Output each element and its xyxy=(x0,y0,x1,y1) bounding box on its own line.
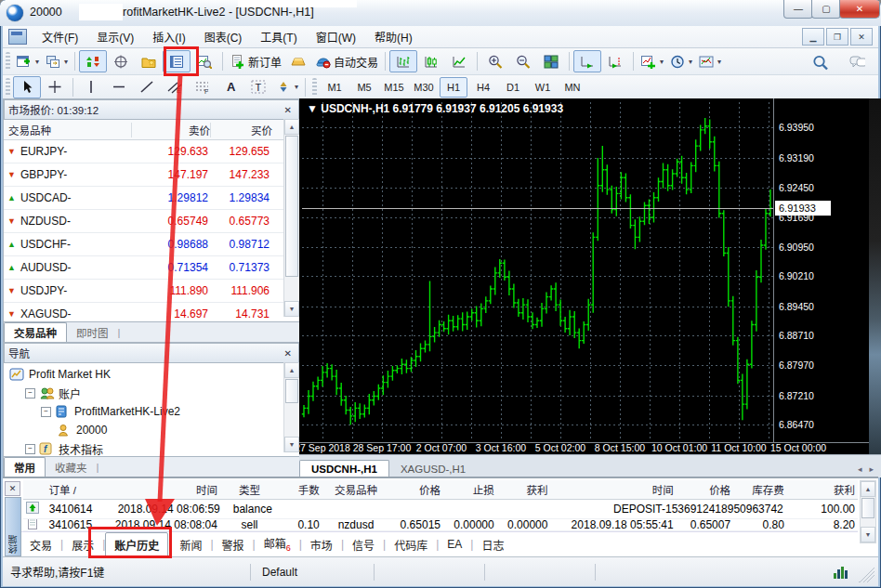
terminal-tab[interactable]: 展示 xyxy=(63,533,102,556)
profiles-button[interactable]: ▾ xyxy=(42,50,71,72)
menu-item[interactable]: 工具(T) xyxy=(251,26,306,47)
line-chart-button[interactable] xyxy=(445,50,473,72)
terminal-tab[interactable]: 交易 xyxy=(21,533,60,556)
menu-item[interactable]: 显示(V) xyxy=(87,26,143,47)
terminal-tab[interactable]: 新闻 xyxy=(171,533,210,556)
chat-button[interactable] xyxy=(843,51,871,73)
text-label-button[interactable]: T xyxy=(244,76,272,98)
new-chart-dropdown-icon[interactable]: ▾ xyxy=(35,58,39,66)
fibonacci-button[interactable]: F xyxy=(189,76,217,98)
market-watch-row[interactable]: ▲USDCAD-1.298121.29834 xyxy=(4,187,299,210)
tree-expander-icon[interactable]: − xyxy=(41,407,51,417)
indicators-button[interactable]: ▾ xyxy=(638,50,666,72)
navigator-tree-item[interactable]: −f技术指标 xyxy=(4,439,299,458)
arrows-dropdown-icon[interactable]: ▾ xyxy=(295,83,298,91)
terminal-close-icon[interactable]: ✕ xyxy=(5,481,20,496)
market-watch-column-header[interactable]: 卖价 xyxy=(132,123,211,137)
bar-chart-button[interactable] xyxy=(389,50,417,72)
autotrading-button[interactable]: 自动交易 xyxy=(312,50,381,72)
terminal-column-header[interactable]: 价格 xyxy=(389,482,443,497)
text-button[interactable]: A xyxy=(217,76,244,98)
timeframe-w1-button[interactable]: W1 xyxy=(529,77,557,98)
terminal-row[interactable]: 34106142018.09.14 08:06:59balanceDEPOSIT… xyxy=(23,500,858,519)
terminal-column-header[interactable]: 类型 xyxy=(220,482,279,497)
terminal-tab[interactable]: 账户历史 xyxy=(105,532,168,557)
scroll-down-icon[interactable]: ▼ xyxy=(284,437,299,452)
periods-dropdown-icon[interactable]: ▾ xyxy=(689,58,692,66)
market-watch-column-header[interactable]: 交易品种卖价买价 xyxy=(4,120,299,140)
navigator-close-icon[interactable]: ✕ xyxy=(282,348,295,359)
timeframe-m5-button[interactable]: M5 xyxy=(350,77,378,98)
zoom-out-button[interactable] xyxy=(509,50,537,72)
zoom-in-button[interactable] xyxy=(481,50,509,72)
chart-tab[interactable]: XAGUSD-,H1 xyxy=(389,461,477,477)
terminal-tab[interactable]: 代码库 xyxy=(386,533,436,556)
timeframe-mn-button[interactable]: MN xyxy=(559,77,586,98)
strategy-tester-button[interactable] xyxy=(191,50,218,72)
chart-shift-button[interactable] xyxy=(601,50,629,72)
status-profile[interactable]: Default xyxy=(251,566,374,579)
timeframe-m30-button[interactable]: M30 xyxy=(410,77,438,98)
terminal-vertical-titlebar[interactable]: 终端 xyxy=(5,497,21,556)
market-watch-column-header[interactable]: 交易品种 xyxy=(4,123,132,137)
scroll-up-icon[interactable]: ▲ xyxy=(284,362,299,378)
terminal-row[interactable]: 34106152018.09.14 08:08:04sell0.10nzdusd… xyxy=(23,519,858,531)
templates-button[interactable]: ▾ xyxy=(695,50,724,72)
trendline-button[interactable] xyxy=(133,76,161,98)
terminal-tab[interactable]: 日志 xyxy=(473,533,512,556)
chart-plot[interactable]: 6.939506.931906.924506.916906.909506.902… xyxy=(299,98,881,454)
menu-item[interactable]: 插入(I) xyxy=(143,26,194,47)
minimize-button[interactable]: — xyxy=(783,0,813,19)
crosshair-button[interactable] xyxy=(41,76,69,98)
profiles-dropdown-icon[interactable]: ▾ xyxy=(64,58,68,66)
scroll-down-icon[interactable]: ▼ xyxy=(284,301,299,317)
scroll-thumb[interactable] xyxy=(285,136,298,277)
terminal-tab[interactable]: 信号 xyxy=(344,533,383,556)
terminal-column-header[interactable]: 时间 xyxy=(105,482,220,497)
terminal-column-header[interactable]: 库存费 xyxy=(733,482,787,497)
terminal-tab[interactable]: EA xyxy=(439,534,470,555)
tile-windows-button[interactable] xyxy=(537,50,565,72)
periods-button[interactable]: ▾ xyxy=(666,50,695,72)
scroll-up-icon[interactable]: ▲ xyxy=(284,119,299,135)
navigator-tree-item[interactable]: −账户 xyxy=(4,384,299,402)
mdi-minimize-button[interactable]: ▁ xyxy=(802,28,824,46)
search-button[interactable] xyxy=(806,51,834,73)
market-watch-scrollbar[interactable]: ▲ ▼ xyxy=(283,119,299,317)
arrows-button[interactable]: ▾ xyxy=(272,76,301,98)
market-watch-column-header[interactable]: 买价 xyxy=(211,123,278,137)
market-watch-close-icon[interactable]: ✕ xyxy=(282,105,295,115)
tree-expander-icon[interactable]: − xyxy=(25,388,35,399)
restore-button[interactable]: ▢ xyxy=(811,0,841,19)
navigator-scrollbar[interactable]: ▲ ▼ xyxy=(283,362,299,452)
toolbar-grip[interactable] xyxy=(6,78,10,97)
terminal-tab[interactable]: 市场 xyxy=(302,533,341,556)
scroll-thumb[interactable] xyxy=(861,498,874,518)
horizontal-line-button[interactable] xyxy=(105,76,133,98)
terminal-table-header[interactable]: 订单 /时间类型手数交易品种价格止损获利时间价格库存费获利 xyxy=(23,480,858,500)
terminal-column-header[interactable]: 获利 xyxy=(497,482,551,497)
mdi-restore-button[interactable]: ❐ xyxy=(826,28,848,46)
terminal-column-header[interactable]: 止损 xyxy=(443,482,497,497)
new-order-button[interactable]: 新订单 xyxy=(227,50,284,72)
menu-item[interactable]: 图表(C) xyxy=(195,26,252,47)
chart-tab-next-icon[interactable]: ▸ xyxy=(869,464,874,474)
market-watch-row[interactable]: ▼EURJPY-129.633129.655 xyxy=(4,140,299,163)
menu-item[interactable]: 帮助(H) xyxy=(365,26,422,47)
navigator-tab[interactable]: 常用 xyxy=(4,457,46,477)
scroll-down-icon[interactable]: ▼ xyxy=(861,527,875,542)
chart-tab-prev-icon[interactable]: ◂ xyxy=(858,464,862,474)
chart-tab[interactable]: USDCNH-,H1 xyxy=(299,460,389,477)
terminal-column-header[interactable]: 价格 xyxy=(677,482,733,497)
scroll-up-icon[interactable]: ▲ xyxy=(861,481,875,497)
title-bar[interactable]: 20000: ProfitMarketHK-Live2 - [USDCNH-,H… xyxy=(0,0,881,26)
terminal-column-header[interactable]: 时间 xyxy=(550,482,676,497)
templates-dropdown-icon[interactable]: ▾ xyxy=(717,58,721,66)
navigator-button[interactable] xyxy=(135,50,163,72)
gold-ingot-button[interactable] xyxy=(284,50,312,72)
market-watch-row[interactable]: ▼NZDUSD-0.657490.65773 xyxy=(4,210,299,233)
indicators-dropdown-icon[interactable]: ▾ xyxy=(660,58,664,66)
market-watch-tab[interactable]: 交易品种 xyxy=(4,322,67,343)
chart-window-icon[interactable] xyxy=(8,29,27,45)
timeframe-m1-button[interactable]: M1 xyxy=(321,77,348,98)
